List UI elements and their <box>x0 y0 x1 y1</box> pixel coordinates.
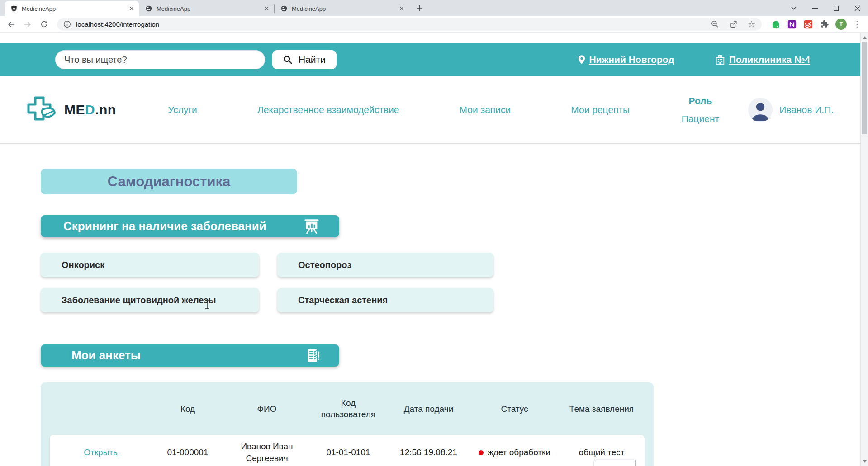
tab-strip: MedicineApp MedicineApp MedicineApp <box>0 0 868 16</box>
window-controls <box>783 0 868 16</box>
page-top-gap <box>0 33 868 43</box>
scrollbar-down-icon[interactable] <box>861 457 868 465</box>
clinic-link[interactable]: Поликлиника №4 <box>714 54 810 65</box>
scrollbar-thumb[interactable] <box>862 42 867 134</box>
brand-text: MED.nn <box>64 102 116 118</box>
close-window-button[interactable] <box>847 0 868 16</box>
screening-button-thyroid[interactable]: Заболевание щитовидной железы <box>41 288 259 312</box>
column-header-status: Статус <box>470 404 559 414</box>
user-avatar[interactable] <box>748 98 773 122</box>
globe-favicon-icon <box>145 5 152 12</box>
maximize-button[interactable] <box>825 0 847 16</box>
globe-favicon-icon <box>280 5 288 12</box>
tab-close-icon[interactable] <box>128 5 136 13</box>
page-title: Самодиагностика <box>41 169 297 194</box>
forms-table: Код ФИО Код пользователя Дата подачи Ста… <box>41 382 654 466</box>
nav-item-my-prescriptions[interactable]: Мои рецепты <box>571 104 630 115</box>
browser-menu-icon[interactable]: ⋮ <box>853 19 861 29</box>
open-row-link[interactable]: Открыть <box>84 447 118 457</box>
bookmark-star-icon[interactable]: ☆ <box>748 19 755 29</box>
location-pin-icon <box>578 55 586 65</box>
browser-tab-3[interactable]: MedicineApp <box>275 1 409 16</box>
status-text: ждет обработки <box>488 447 550 457</box>
tab-search-chevron-icon[interactable] <box>783 0 804 16</box>
back-icon[interactable] <box>5 18 18 31</box>
role-label: Роль <box>682 95 719 106</box>
search-button[interactable]: Найти <box>272 50 337 69</box>
main-content: Самодиагностика Скрининг на наличие забо… <box>0 169 868 466</box>
column-header-date: Дата подачи <box>387 404 470 414</box>
forward-icon[interactable] <box>21 18 34 31</box>
address-bar[interactable]: localhost:4200/interrogation ☆ <box>57 18 762 31</box>
browser-tab-1[interactable]: MedicineApp <box>5 1 139 16</box>
refresh-icon[interactable] <box>37 18 51 31</box>
tab-title: MedicineApp <box>157 5 258 12</box>
screening-button-oncorisk[interactable]: Онкориск <box>41 253 259 277</box>
cell-status: ждет обработки <box>470 447 559 457</box>
screening-banner: Скрининг на наличие заболеваний <box>41 215 339 237</box>
column-header-code: Код <box>152 404 224 414</box>
column-header-fio: ФИО <box>224 404 310 414</box>
screening-button-senile-asthenia[interactable]: Старческая астения <box>277 288 493 312</box>
screening-button-osteoporosis[interactable]: Остеопороз <box>277 253 493 277</box>
browser-window: MedicineApp MedicineApp MedicineApp <box>0 0 868 466</box>
site-nav: MED.nn Услуги Лекарственное взаимодейств… <box>0 76 868 144</box>
tab-close-icon[interactable] <box>398 5 406 13</box>
angular-favicon-icon <box>10 5 18 12</box>
status-dot-icon <box>479 450 484 455</box>
extensions-strip: T ⋮ <box>768 19 863 30</box>
my-forms-banner: Мои анкеты <box>41 344 339 367</box>
search-icon <box>283 55 292 64</box>
page-info-icon[interactable] <box>63 20 71 28</box>
web-page: Найти Нижний Новгород Поликлиника №4 <box>0 33 868 466</box>
city-label: Нижний Новгород <box>589 54 674 65</box>
search-button-label: Найти <box>299 54 326 65</box>
todoist-extension-icon[interactable] <box>803 19 813 29</box>
cell-topic: общий тест <box>559 447 645 457</box>
browser-profile-avatar[interactable]: T <box>835 19 847 30</box>
zoom-out-icon[interactable] <box>711 20 719 28</box>
browser-toolbar: localhost:4200/interrogation ☆ <box>0 16 868 33</box>
role-block: Роль Пациент <box>682 95 719 124</box>
minimize-button[interactable] <box>804 0 825 16</box>
tab-title: MedicineApp <box>22 5 123 12</box>
screening-buttons: Онкориск Остеопороз Заболевание щитовидн… <box>41 253 868 312</box>
cell-user-code: 01-01-0101 <box>310 447 387 457</box>
role-value[interactable]: Пациент <box>682 113 719 124</box>
user-name[interactable]: Иванов И.П. <box>779 104 834 115</box>
nav-items: Услуги Лекарственное взаимодействие Мои … <box>116 104 682 115</box>
brand-logo[interactable]: MED.nn <box>25 95 116 125</box>
evernote-extension-icon[interactable] <box>771 19 781 29</box>
url-text[interactable]: localhost:4200/interrogation <box>76 20 159 28</box>
hospital-building-icon <box>714 54 726 65</box>
nav-item-drug-interaction[interactable]: Лекарственное взаимодействие <box>257 104 399 115</box>
new-tab-button[interactable] <box>413 2 426 14</box>
column-header-user-code: Код пользователя <box>310 398 387 420</box>
page-scrollbar[interactable] <box>860 33 868 466</box>
nav-item-services[interactable]: Услуги <box>168 104 197 115</box>
my-forms-banner-title: Мои анкеты <box>71 348 141 362</box>
site-search[interactable] <box>55 50 265 69</box>
tab-title: MedicineApp <box>292 5 394 12</box>
screening-banner-title: Скрининг на наличие заболеваний <box>63 219 266 233</box>
city-link[interactable]: Нижний Новгород <box>578 54 674 65</box>
onenote-extension-icon[interactable] <box>787 19 797 29</box>
share-icon[interactable] <box>729 20 738 28</box>
tab-close-icon[interactable] <box>262 5 270 13</box>
cell-fio: Иванов Иван Сергеевич <box>224 441 310 464</box>
partial-popup <box>594 460 636 466</box>
nav-item-my-appointments[interactable]: Мои записи <box>460 104 511 115</box>
presentation-chart-icon <box>303 219 320 234</box>
cell-date: 12:56 19.08.21 <box>387 447 470 457</box>
scrollbar-up-icon[interactable] <box>861 33 868 41</box>
table-row: Открыть 01-000001 Иванов Иван Сергеевич … <box>50 435 645 466</box>
extensions-puzzle-icon[interactable] <box>820 19 829 29</box>
search-input[interactable] <box>64 55 256 65</box>
text-cursor <box>204 300 210 311</box>
header-right: Нижний Новгород Поликлиника №4 <box>578 54 810 65</box>
browser-tab-2[interactable]: MedicineApp <box>139 1 274 16</box>
site-header: Найти Нижний Новгород Поликлиника №4 <box>0 43 868 76</box>
column-header-topic: Тема заявления <box>559 404 645 414</box>
user-block[interactable]: Иванов И.П. <box>748 98 834 122</box>
medical-cross-leaf-icon <box>25 95 58 125</box>
